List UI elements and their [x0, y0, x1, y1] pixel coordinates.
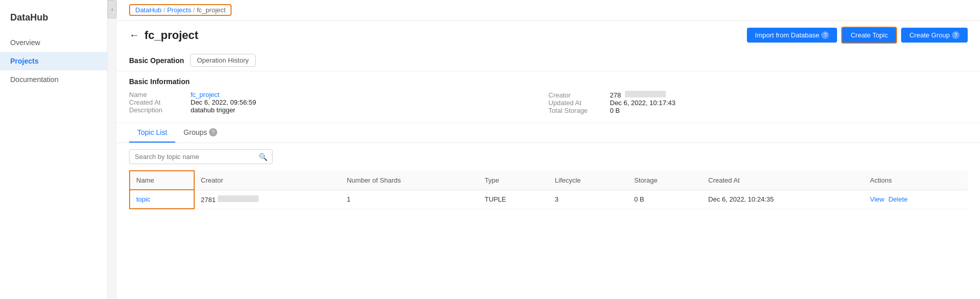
search-input-wrap: 🔍 — [129, 149, 273, 164]
groups-help-icon[interactable]: ? — [209, 128, 217, 136]
page-header: ← fc_project Import from Database ? Crea… — [117, 21, 980, 50]
creator-label: Creator — [549, 91, 610, 99]
table-section: 🔍 Name Creator Number of Shards Type Lif… — [117, 143, 980, 299]
info-col-left: Name fc_project Created At Dec 6, 2022, … — [129, 91, 549, 114]
tabs-section: Topic List Groups ? — [117, 123, 980, 143]
create-group-button[interactable]: Create Group ? — [901, 28, 968, 43]
project-name: fc_project — [144, 29, 198, 42]
tab-topic-list[interactable]: Topic List — [129, 123, 175, 143]
col-header-type: Type — [478, 171, 549, 190]
sidebar-collapse-button[interactable]: ‹ — [108, 0, 117, 18]
import-from-database-button[interactable]: Import from Database ? — [747, 28, 838, 43]
col-header-creator: Creator — [194, 171, 341, 190]
col-header-shards: Number of Shards — [341, 171, 478, 190]
basic-operation-label: Basic Operation — [129, 56, 184, 65]
updated-at-label: Updated At — [549, 99, 610, 107]
updated-at-value: Dec 6, 2022, 10:17:43 — [610, 99, 676, 107]
basic-info-section: Basic Information Name fc_project Create… — [117, 71, 980, 123]
tab-groups[interactable]: Groups ? — [175, 123, 225, 143]
breadcrumb-sep-2: / — [193, 6, 197, 14]
operation-history-button[interactable]: Operation History — [190, 54, 255, 67]
row-type: TUPLE — [478, 190, 549, 209]
header-actions: Import from Database ? Create Topic Crea… — [747, 27, 968, 44]
info-row-name: Name fc_project — [129, 91, 549, 98]
breadcrumb: DataHub / Projects / fc_project — [129, 4, 232, 16]
col-header-lifecycle: Lifecycle — [549, 171, 628, 190]
col-header-name: Name — [130, 171, 194, 190]
table-row: topic 2781 1 TUPLE 3 0 B Dec 6, 2022, 10… — [130, 190, 968, 209]
view-link[interactable]: View — [870, 195, 884, 203]
page-title: ← fc_project — [129, 29, 198, 42]
info-row-created-at: Created At Dec 6, 2022, 09:56:59 — [129, 98, 549, 106]
sidebar-logo: DataHub — [0, 8, 107, 33]
search-icon: 🔍 — [259, 153, 267, 161]
name-value[interactable]: fc_project — [191, 91, 219, 98]
sidebar-item-projects[interactable]: Projects — [0, 52, 107, 70]
row-storage: 0 B — [628, 190, 702, 209]
breadcrumb-projects[interactable]: Projects — [167, 6, 191, 14]
row-actions: View Delete — [864, 190, 968, 209]
row-name: topic — [130, 190, 194, 209]
row-lifecycle: 3 — [549, 190, 628, 209]
info-col-right: Creator 278 Updated At Dec 6, 2022, 10:1… — [549, 91, 968, 114]
info-row-total-storage: Total Storage 0 B — [549, 107, 968, 114]
topic-name-link[interactable]: topic — [136, 195, 150, 203]
created-at-value: Dec 6, 2022, 09:56:59 — [191, 98, 256, 106]
creator-value: 278 — [610, 91, 666, 99]
info-row-creator: Creator 278 — [549, 91, 968, 99]
delete-link[interactable]: Delete — [888, 195, 908, 203]
creator-blurred — [625, 91, 666, 97]
col-header-storage: Storage — [628, 171, 702, 190]
info-grid: Name fc_project Created At Dec 6, 2022, … — [129, 91, 968, 114]
tabs: Topic List Groups ? — [129, 123, 968, 143]
data-table: Name Creator Number of Shards Type Lifec… — [129, 170, 968, 209]
table-body: topic 2781 1 TUPLE 3 0 B Dec 6, 2022, 10… — [130, 190, 968, 209]
back-arrow[interactable]: ← — [129, 29, 139, 41]
main-content: DataHub / Projects / fc_project ← fc_pro… — [117, 0, 980, 299]
table-header: Name Creator Number of Shards Type Lifec… — [130, 171, 968, 190]
col-header-actions: Actions — [864, 171, 968, 190]
sidebar: DataHub Overview Projects Documentation — [0, 0, 108, 299]
row-created-at: Dec 6, 2022, 10:24:35 — [702, 190, 864, 209]
creator-row-blurred — [218, 195, 259, 202]
total-storage-value: 0 B — [610, 107, 620, 114]
page-title-row: ← fc_project Import from Database ? Crea… — [129, 27, 968, 44]
info-row-description: Description datahub trigger — [129, 106, 549, 114]
created-at-label: Created At — [129, 98, 191, 106]
row-creator: 2781 — [194, 190, 341, 209]
total-storage-label: Total Storage — [549, 107, 610, 114]
sidebar-item-documentation[interactable]: Documentation — [0, 70, 107, 89]
info-row-updated-at: Updated At Dec 6, 2022, 10:17:43 — [549, 99, 968, 107]
row-shards: 1 — [341, 190, 478, 209]
breadcrumb-datahub[interactable]: DataHub — [135, 6, 161, 14]
description-value: datahub trigger — [191, 106, 235, 114]
basic-operation-row: Basic Operation Operation History — [117, 50, 980, 71]
create-group-help-icon: ? — [952, 31, 960, 39]
breadcrumb-fcproject: fc_project — [197, 6, 225, 14]
action-links: View Delete — [870, 195, 962, 203]
topbar: DataHub / Projects / fc_project — [117, 0, 980, 21]
name-label: Name — [129, 91, 191, 98]
basic-info-title: Basic Information — [129, 77, 968, 86]
search-row: 🔍 — [129, 149, 968, 164]
sidebar-item-overview[interactable]: Overview — [0, 33, 107, 52]
import-help-icon: ? — [821, 31, 829, 39]
create-topic-button[interactable]: Create Topic — [841, 27, 897, 44]
col-header-created-at: Created At — [702, 171, 864, 190]
search-input[interactable] — [129, 149, 273, 164]
description-label: Description — [129, 106, 191, 114]
